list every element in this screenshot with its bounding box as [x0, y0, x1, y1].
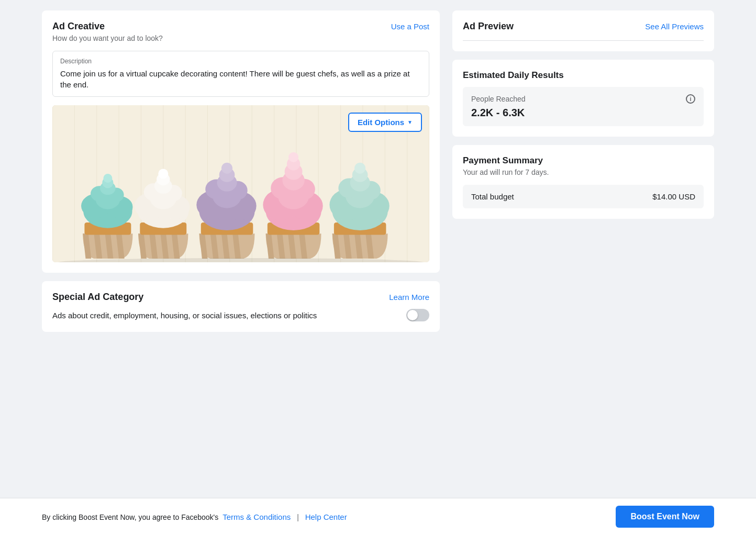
special-ad-body: Ads about credit, employment, housing, o… [52, 309, 429, 321]
special-ad-header: Special Ad Category Learn More [52, 292, 429, 303]
people-reached-value: 2.2K - 6.3K [471, 107, 695, 119]
edit-options-button[interactable]: Edit Options ▼ [348, 113, 422, 132]
footer: By clicking Boost Event Now, you agree t… [0, 498, 756, 535]
ad-image-container: Edit Options ▼ [52, 105, 429, 262]
payment-summary-card: Payment Summary Your ad will run for 7 d… [452, 145, 714, 219]
help-center-link[interactable]: Help Center [305, 512, 347, 521]
boost-event-now-button[interactable]: Boost Event Now [616, 506, 714, 528]
estimated-results-title: Estimated Daily Results [463, 70, 704, 81]
terms-conditions-link[interactable]: Terms & Conditions [223, 512, 291, 521]
total-budget-value: $14.00 USD [652, 192, 695, 201]
ad-creative-header: Ad Creative Use a Post [52, 21, 429, 32]
learn-more-link[interactable]: Learn More [389, 293, 429, 302]
ad-creative-title: Ad Creative [52, 21, 105, 32]
edit-options-label: Edit Options [358, 118, 404, 127]
ad-creative-section: Ad Creative Use a Post How do you want y… [42, 10, 440, 273]
budget-row: Total budget $14.00 USD [463, 185, 704, 208]
people-reached-label-row: People Reached i [471, 94, 695, 104]
right-panel: Ad Preview See All Previews Estimated Da… [452, 10, 714, 219]
svg-point-27 [103, 174, 112, 183]
footer-text: By clicking Boost Event Now, you agree t… [42, 512, 347, 521]
see-all-previews-link[interactable]: See All Previews [645, 22, 704, 31]
people-reached-label: People Reached [471, 95, 526, 103]
special-ad-text: Ads about credit, employment, housing, o… [52, 310, 398, 321]
description-box: Description Come join us for a virtual c… [52, 51, 429, 97]
description-label: Description [60, 58, 421, 65]
estimated-results-card: Estimated Daily Results People Reached i… [452, 60, 714, 137]
info-icon[interactable]: i [686, 94, 695, 104]
special-ad-toggle[interactable] [406, 309, 429, 321]
people-reached-box: People Reached i 2.2K - 6.3K [463, 87, 704, 126]
svg-point-37 [158, 169, 168, 179]
description-text: Come join us for a virtual cupcake decor… [60, 68, 421, 90]
total-budget-label: Total budget [471, 192, 514, 201]
svg-point-68 [354, 163, 365, 174]
svg-point-58 [288, 152, 298, 162]
left-panel: Ad Creative Use a Post How do you want y… [42, 10, 440, 332]
payment-summary-title: Payment Summary [463, 155, 704, 166]
svg-point-47 [221, 163, 232, 174]
ad-preview-card: Ad Preview See All Previews [452, 10, 714, 51]
special-ad-title: Special Ad Category [52, 292, 143, 303]
ad-creative-subtitle: How do you want your ad to look? [52, 34, 429, 42]
special-ad-section: Special Ad Category Learn More Ads about… [42, 281, 440, 332]
ad-preview-header: Ad Preview See All Previews [463, 21, 704, 41]
footer-prefix: By clicking Boost Event Now, you agree t… [42, 513, 218, 521]
footer-separator: | [297, 513, 299, 521]
chevron-down-icon: ▼ [407, 119, 413, 125]
payment-summary-subtitle: Your ad will run for 7 days. [463, 168, 704, 176]
ad-preview-title: Ad Preview [463, 21, 514, 32]
use-a-post-link[interactable]: Use a Post [391, 22, 429, 31]
